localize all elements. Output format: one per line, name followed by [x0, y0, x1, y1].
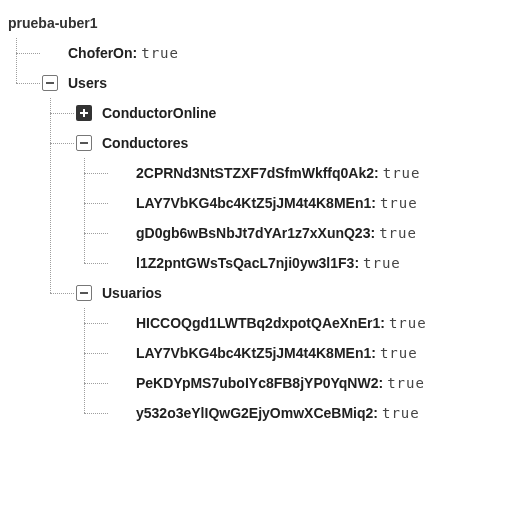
tree-guide-horizontal	[84, 263, 108, 264]
tree-row[interactable]: LAY7VbKG4bc4KtZ5jJM4t4K8MEn1:true	[110, 188, 525, 218]
tree-row[interactable]: prueba-uber1	[8, 8, 525, 38]
children-container: HICCOQgd1LWTBq2dxpotQAeXnEr1:trueLAY7VbK…	[76, 308, 525, 428]
node-value: true	[379, 226, 417, 240]
node-key: Usuarios	[102, 286, 162, 300]
tree-row[interactable]: ConductorOnline	[76, 98, 525, 128]
tree-node: gD0gb6wBsNbJt7dYAr1z7xXunQ23:true	[110, 218, 525, 248]
children-container: 2CPRNd3NtSTZXF7dSfmWkffq0Ak2:trueLAY7VbK…	[76, 158, 525, 278]
tree-row[interactable]: Users	[42, 68, 525, 98]
collapse-icon[interactable]	[76, 135, 92, 151]
collapse-icon[interactable]	[42, 75, 58, 91]
tree-guide-horizontal	[84, 323, 108, 324]
node-key: l1Z2pntGWsTsQacL7nji0yw3l1F3	[136, 256, 354, 270]
tree-guide-horizontal	[84, 353, 108, 354]
node-key: LAY7VbKG4bc4KtZ5jJM4t4K8MEn1	[136, 196, 371, 210]
node-key: y532o3eYlIQwG2EjyOmwXCeBMiq2	[136, 406, 373, 420]
database-tree: prueba-uber1ChoferOn:trueUsersConductorO…	[0, 0, 525, 436]
expand-icon[interactable]	[76, 105, 92, 121]
node-value: true	[387, 376, 425, 390]
tree-row[interactable]: l1Z2pntGWsTsQacL7nji0yw3l1F3:true	[110, 248, 525, 278]
node-value: true	[380, 346, 418, 360]
tree-node: Conductores2CPRNd3NtSTZXF7dSfmWkffq0Ak2:…	[76, 128, 525, 278]
node-key: Conductores	[102, 136, 188, 150]
tree-row[interactable]: y532o3eYlIQwG2EjyOmwXCeBMiq2:true	[110, 398, 525, 428]
tree-guide-horizontal	[84, 413, 108, 414]
tree-node: LAY7VbKG4bc4KtZ5jJM4t4K8MEn1:true	[110, 338, 525, 368]
children-container: ConductorOnlineConductores2CPRNd3NtSTZXF…	[42, 98, 525, 428]
node-value: true	[141, 46, 179, 60]
tree-guide-vertical	[16, 38, 17, 83]
tree-guide-horizontal	[16, 53, 40, 54]
node-key: ConductorOnline	[102, 106, 216, 120]
key-value-separator: :	[378, 376, 383, 390]
key-value-separator: :	[374, 166, 379, 180]
tree-row[interactable]: Conductores	[76, 128, 525, 158]
tree-node: UsuariosHICCOQgd1LWTBq2dxpotQAeXnEr1:tru…	[76, 278, 525, 428]
tree-guide-horizontal	[84, 173, 108, 174]
tree-guide-horizontal	[50, 143, 74, 144]
tree-row[interactable]: ChoferOn:true	[42, 38, 525, 68]
tree-node: PeKDYpMS7uboIYc8FB8jYP0YqNW2:true	[110, 368, 525, 398]
node-key: 2CPRNd3NtSTZXF7dSfmWkffq0Ak2	[136, 166, 374, 180]
root-node: prueba-uber1ChoferOn:trueUsersConductorO…	[8, 8, 525, 428]
node-key: gD0gb6wBsNbJt7dYAr1z7xXunQ23	[136, 226, 370, 240]
node-key: HICCOQgd1LWTBq2dxpotQAeXnEr1	[136, 316, 380, 330]
tree-guide-horizontal	[16, 83, 40, 84]
tree-node: 2CPRNd3NtSTZXF7dSfmWkffq0Ak2:true	[110, 158, 525, 188]
key-value-separator: :	[371, 346, 376, 360]
tree-node: HICCOQgd1LWTBq2dxpotQAeXnEr1:true	[110, 308, 525, 338]
tree-node: UsersConductorOnlineConductores2CPRNd3Nt…	[42, 68, 525, 428]
node-value: true	[389, 316, 427, 330]
key-value-separator: :	[373, 406, 378, 420]
children-container: ChoferOn:trueUsersConductorOnlineConduct…	[8, 38, 525, 428]
tree-node: y532o3eYlIQwG2EjyOmwXCeBMiq2:true	[110, 398, 525, 428]
tree-guide-horizontal	[84, 383, 108, 384]
tree-guide-horizontal	[50, 113, 74, 114]
tree-guide-horizontal	[84, 233, 108, 234]
tree-guide-horizontal	[50, 293, 74, 294]
key-value-separator: :	[371, 196, 376, 210]
tree-row[interactable]: PeKDYpMS7uboIYc8FB8jYP0YqNW2:true	[110, 368, 525, 398]
key-value-separator: :	[133, 46, 138, 60]
tree-row[interactable]: LAY7VbKG4bc4KtZ5jJM4t4K8MEn1:true	[110, 338, 525, 368]
tree-guide-vertical	[50, 98, 51, 293]
node-value: true	[382, 406, 420, 420]
root-node-label: prueba-uber1	[8, 16, 97, 30]
tree-row[interactable]: Usuarios	[76, 278, 525, 308]
tree-node: LAY7VbKG4bc4KtZ5jJM4t4K8MEn1:true	[110, 188, 525, 218]
node-value: true	[380, 196, 418, 210]
tree-row[interactable]: gD0gb6wBsNbJt7dYAr1z7xXunQ23:true	[110, 218, 525, 248]
node-key: Users	[68, 76, 107, 90]
tree-row[interactable]: HICCOQgd1LWTBq2dxpotQAeXnEr1:true	[110, 308, 525, 338]
key-value-separator: :	[354, 256, 359, 270]
key-value-separator: :	[380, 316, 385, 330]
node-key: LAY7VbKG4bc4KtZ5jJM4t4K8MEn1	[136, 346, 371, 360]
node-value: true	[383, 166, 421, 180]
collapse-icon[interactable]	[76, 285, 92, 301]
tree-node: ChoferOn:true	[42, 38, 525, 68]
node-key: ChoferOn	[68, 46, 133, 60]
tree-guide-horizontal	[84, 203, 108, 204]
tree-node: ConductorOnline	[76, 98, 525, 128]
node-value: true	[363, 256, 401, 270]
tree-row[interactable]: 2CPRNd3NtSTZXF7dSfmWkffq0Ak2:true	[110, 158, 525, 188]
tree-node: l1Z2pntGWsTsQacL7nji0yw3l1F3:true	[110, 248, 525, 278]
key-value-separator: :	[370, 226, 375, 240]
node-key: PeKDYpMS7uboIYc8FB8jYP0YqNW2	[136, 376, 378, 390]
